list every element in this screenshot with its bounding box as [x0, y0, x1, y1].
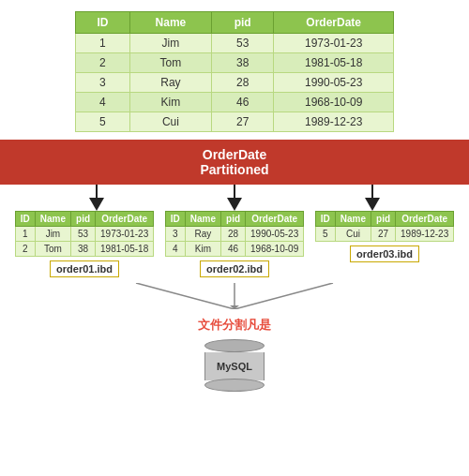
partition-header-cell: pid	[221, 212, 246, 227]
partition-header-row: IDNamepidOrderDate	[315, 212, 453, 227]
main-table-cell: 46	[211, 93, 273, 112]
banner-text: OrderDate Partitioned	[200, 147, 268, 177]
main-table-cell: 28	[211, 73, 273, 93]
partition-header-cell: Name	[335, 212, 371, 227]
main-table-section: IDNamepidOrderDate 1Jim531973-01-232Tom3…	[0, 0, 469, 132]
main-table-cell: 1	[76, 34, 130, 53]
partition-banner: OrderDate Partitioned	[0, 140, 469, 185]
main-table-header-cell: OrderDate	[274, 12, 394, 34]
partition-table-cell: Cui	[335, 227, 371, 242]
main-table-cell: 4	[76, 93, 130, 112]
partition-table-cell: 1990-05-23	[246, 227, 304, 242]
main-table-cell: 53	[211, 34, 273, 53]
partition-table-cell: 4	[165, 242, 185, 257]
main-table-cell: 1973-01-23	[274, 34, 394, 53]
main-table-header-cell: ID	[76, 12, 130, 34]
partition-table-cell: 1981-05-18	[96, 242, 154, 257]
partition-table-1: IDNamepidOrderDate1Jim531973-01-232Tom38…	[15, 211, 154, 257]
partition-table-row: 4Kim461968-10-09	[165, 242, 303, 257]
chinese-label: 文件分割凡是	[198, 317, 271, 334]
partition-header-cell: ID	[15, 212, 35, 227]
partition-table-cell: 2	[15, 242, 35, 257]
partition-header-row: IDNamepidOrderDate	[15, 212, 153, 227]
partition-table-cell: 38	[71, 242, 96, 257]
svg-line-2	[234, 283, 333, 309]
main-table-cell: Ray	[129, 73, 211, 93]
partition-table-2: IDNamepidOrderDate3Ray281990-05-234Kim46…	[165, 211, 304, 257]
partition-header-cell: Name	[35, 212, 70, 227]
mysql-cylinder: MySQL	[0, 339, 469, 392]
banner-line1: OrderDate	[203, 147, 266, 162]
partition-table-cell: 1973-01-23	[96, 227, 154, 242]
main-table-cell: 27	[211, 112, 273, 132]
arrow-stem-right	[371, 185, 373, 198]
partition-table-cell: 1968-10-09	[246, 242, 304, 257]
partition-table-cell: 27	[371, 227, 396, 242]
arrow-center	[227, 185, 242, 211]
partition-header-cell: ID	[315, 212, 335, 227]
chinese-text-area: 文件分割凡是	[0, 317, 469, 337]
partition-table-cell: Jim	[35, 227, 70, 242]
main-table-header-cell: pid	[211, 12, 273, 34]
mysql-label: MySQL	[217, 361, 252, 372]
partition-header-cell: OrderDate	[246, 212, 304, 227]
arrow-stem-left	[96, 185, 98, 198]
partition-table-3: IDNamepidOrderDate5Cui271989-12-23	[315, 211, 454, 242]
main-table-cell: 1989-12-23	[274, 112, 394, 132]
partition-table-cell: 5	[315, 227, 335, 242]
main-table-cell: 5	[76, 112, 130, 132]
main-table-row: 2Tom381981-05-18	[76, 53, 394, 73]
partition-header-cell: Name	[185, 212, 220, 227]
arrows-row	[0, 185, 469, 211]
main-table-cell: Tom	[129, 53, 211, 73]
converge-lines-svg	[84, 283, 385, 309]
main-table-cell: Cui	[129, 112, 211, 132]
partition-label-1: order01.ibd	[50, 260, 119, 277]
main-table-row: 3Ray281990-05-23	[76, 73, 394, 93]
partition-table-cell: 1	[15, 227, 35, 242]
partition-table-row: 3Ray281990-05-23	[165, 227, 303, 242]
arrowhead-center	[227, 198, 242, 211]
banner-line2: Partitioned	[200, 162, 268, 177]
arrow-right	[365, 185, 380, 211]
partition-table-cell: 1989-12-23	[396, 227, 454, 242]
partition-table-cell: 28	[221, 227, 246, 242]
partition-table-row: 2Tom381981-05-18	[15, 242, 153, 257]
partition-table-cell: Ray	[185, 227, 220, 242]
partition-table-cell: 53	[71, 227, 96, 242]
arrow-left	[89, 185, 104, 211]
partition-table-cell: Tom	[35, 242, 70, 257]
main-table-row: 1Jim531973-01-23	[76, 34, 394, 53]
arrowhead-right	[365, 198, 380, 211]
main-table-cell: 1981-05-18	[274, 53, 394, 73]
partition-label-2: order02.ibd	[200, 260, 269, 277]
arrow-stem-center	[234, 185, 235, 198]
arrowhead-left	[89, 198, 104, 211]
svg-line-0	[136, 283, 234, 309]
main-table-cell: Kim	[129, 93, 211, 112]
partition-block-3: IDNamepidOrderDate5Cui271989-12-23order0…	[315, 211, 454, 262]
main-table-cell: 3	[76, 73, 130, 93]
main-table-cell: 2	[76, 53, 130, 73]
main-table-cell: 1990-05-23	[274, 73, 394, 93]
partition-table-cell: 46	[221, 242, 246, 257]
partition-header-row: IDNamepidOrderDate	[165, 212, 303, 227]
partition-table-cell: 3	[165, 227, 185, 242]
partition-header-cell: pid	[371, 212, 396, 227]
partitions-row: IDNamepidOrderDate1Jim531973-01-232Tom38…	[0, 211, 469, 277]
cylinder-bottom	[204, 379, 265, 392]
partition-header-cell: pid	[71, 212, 96, 227]
main-table-header-cell: Name	[129, 12, 211, 34]
partition-header-cell: ID	[165, 212, 185, 227]
partition-block-1: IDNamepidOrderDate1Jim531973-01-232Tom38…	[15, 211, 154, 277]
main-table-body: 1Jim531973-01-232Tom381981-05-183Ray2819…	[76, 34, 394, 132]
main-table-row: 5Cui271989-12-23	[76, 112, 394, 132]
cylinder-top	[204, 339, 265, 352]
partition-table-row: 5Cui271989-12-23	[315, 227, 453, 242]
partition-header-cell: OrderDate	[96, 212, 154, 227]
partition-label-3: order03.ibd	[350, 245, 419, 262]
cylinder-body: MySQL	[204, 352, 265, 380]
main-table-cell: 1968-10-09	[274, 93, 394, 112]
partition-header-cell: OrderDate	[396, 212, 454, 227]
partition-table-row: 1Jim531973-01-23	[15, 227, 153, 242]
